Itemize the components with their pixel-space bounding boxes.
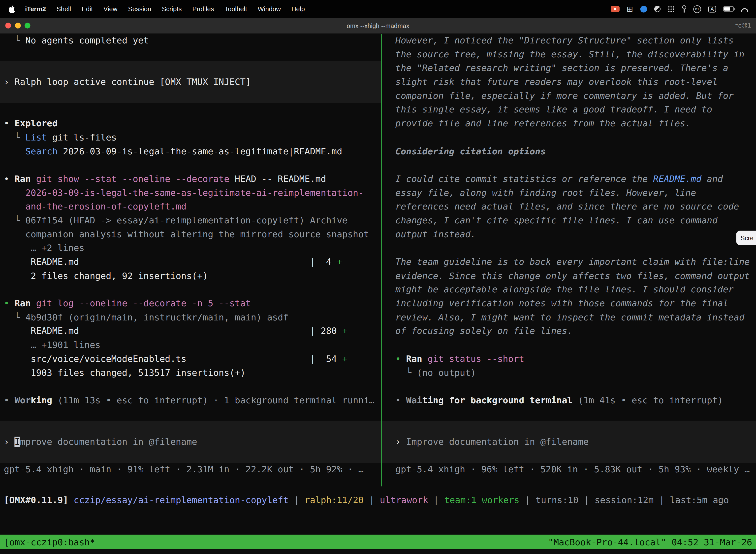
omx-status-segment: | [654,495,670,505]
omx-status-segment: turns:10 [536,495,578,505]
key-icon[interactable] [682,5,686,12]
omx-status-segment: | [364,495,380,505]
terminal-line: • Waiting for background terminal (1m 41… [382,394,756,407]
battery-icon[interactable] [723,6,734,11]
prompt-input-box[interactable]: › Improve documentation in @filename [0,422,381,463]
input-source-icon[interactable]: A [708,5,716,12]
terminal-line: slight risk that future readers may over… [382,75,756,89]
docker-icon[interactable] [640,5,647,12]
terminal-line: › Improve documentation in @filename [382,435,756,449]
shortcuts-icon[interactable] [654,6,660,12]
menu-bar: iTerm2 ShellEditViewSessionScriptsProfil… [0,0,756,18]
terminal-line: • Ran git status --short [382,352,756,366]
terminal-pane-right[interactable]: However, I noticed the "Directory Struct… [382,34,756,486]
terminal-line: the "Related research writing" section i… [382,62,756,75]
terminal-line: └ No agents completed yet [0,34,381,48]
terminal-line: might be acceptable alongside the file l… [382,283,756,297]
terminal-line [0,407,381,422]
terminal-line: README.md | 280 + [0,324,381,338]
terminal-line: • Ran git show --stat --oneline --decora… [0,172,381,186]
notification-toast[interactable]: Scre [736,231,756,245]
omx-status-line: [OMX#0.11.9] cczip/essay/ai-reimplementa… [0,493,756,507]
terminal-line: Search 2026-03-09-is-legal-the-same-as-l… [0,145,381,158]
terminal-line [0,48,381,62]
menu-help[interactable]: Help [286,5,310,12]
omx-status-segment: cczip/essay/ai-reimplementation-copyleft [74,495,289,505]
terminal-line [0,283,381,297]
zoom-button[interactable] [24,22,30,28]
terminal-line: src/voice/voiceModeEnabled.ts | 54 + [0,352,381,366]
terminal-line: … +1901 lines [0,338,381,352]
terminal-line: gpt-5.4 xhigh · 96% left · 520K in · 5.8… [382,463,756,477]
terminal-line: gpt-5.4 xhigh · main · 91% left · 2.31M … [0,463,381,477]
terminal-line: 1903 files changed, 513517 insertions(+) [0,366,381,380]
minimize-button[interactable] [15,22,20,28]
tmux-status-bar: [omx-cczip0:bash* "MacBook-Pro-44.local"… [0,535,756,549]
terminal-line [382,338,756,352]
omx-status-segment: last:5m ago [670,495,729,505]
apple-menu-icon[interactable] [6,5,19,13]
terminal-line: output instead. [382,228,756,241]
terminal-line: The team guideline is to back every impo… [382,255,756,269]
tmux-host-clock-label: "MacBook-Pro-44.local" 04:52 31-Mar-26 [548,537,752,547]
terminal-line: › Improve documentation in @filename [0,435,381,449]
terminal-line: 2 files changed, 92 insertions(+) [0,269,381,283]
menu-view[interactable]: View [98,5,123,12]
omx-status-segment: | [289,495,305,505]
terminal-pane-left[interactable]: └ No agents completed yet › Ralph loop a… [0,34,381,486]
terminal-line [382,241,756,256]
window-title-bar: omx --xhigh --madmax ⌥⌘1 [0,18,756,34]
terminal-line: I could cite commit statistics or refere… [382,172,756,186]
terminal-line [0,158,381,172]
terminal-line: └ (no output) [382,366,756,380]
traffic-lights [5,22,30,28]
menu-profiles[interactable]: Profiles [187,5,219,12]
terminal-line: 2026-03-09-is-legal-the-same-as-legitima… [0,186,381,200]
terminal-line: └ 4b9d30f (origin/main, instructkr/main,… [0,311,381,324]
omx-status-segment: session:12m [594,495,653,505]
terminal-line: └ 067f154 (HEAD -> essay/ai-reimplementa… [0,214,381,228]
omx-status-segment: | [578,495,594,505]
screen: iTerm2 ShellEditViewSessionScriptsProfil… [0,0,756,554]
menu-session[interactable]: Session [123,5,156,12]
terminal-line: and-the-erosion-of-copyleft.md [0,200,381,214]
terminal-line: companion analysis without altering the … [0,228,381,241]
menu-window[interactable]: Window [252,5,286,12]
terminal-line: essay file, along with finding root file… [382,186,756,200]
app-menu[interactable]: iTerm2 [20,5,51,12]
menu-scripts[interactable]: Scripts [156,5,187,12]
terminal-line: evidence. Since this change only affects… [382,269,756,283]
terminal-line: However, I noticed the "Directory Struct… [382,34,756,48]
terminal-line: • Ran git log --oneline --decorate -n 5 … [0,297,381,311]
terminal-line: └ List git ls-files [0,130,381,145]
terminal-line: references need actual files, and since … [382,200,756,214]
window-grid-icon[interactable]: ⊞ [627,4,633,13]
terminal-line: the source tree, missing the essay. Stil… [382,48,756,62]
gauge-icon[interactable]: 61 [693,5,701,13]
wifi-icon[interactable] [741,8,748,12]
omx-status-segment: ralph:11/20 [305,495,364,505]
menu-edit[interactable]: Edit [76,5,98,12]
terminal-line: companion file, especially if more comme… [382,89,756,103]
screen-recording-icon[interactable] [611,6,619,12]
omx-status-segment: [OMX#0.11.9] [4,495,74,505]
terminal-line: README.md | 4 + [0,255,381,269]
terminal-line [382,407,756,422]
terminal-line [0,103,381,117]
prompt-input-box[interactable]: › Ralph loop active continue [OMX_TMUX_I… [0,62,381,103]
terminal-line [382,130,756,145]
omx-status-segment: | [428,495,444,505]
close-button[interactable] [5,22,11,28]
prompt-input-box[interactable]: › Improve documentation in @filename [382,422,756,463]
terminal-line [0,380,381,394]
menu-shell[interactable]: Shell [51,5,76,12]
terminal-line: … +2 lines [0,241,381,256]
menubar-status-icons: ⊞61A [611,4,750,13]
app-grid-icon[interactable] [668,6,674,12]
menu-toolbelt[interactable]: Toolbelt [219,5,252,12]
terminal-line: • Working (11m 13s • esc to interrupt) ·… [0,394,381,407]
omx-status-segment: ultrawork [380,495,428,505]
terminal-line: this single essay, it seems like a good … [382,103,756,117]
omx-status-segment: team:1 workers [444,495,519,505]
terminal-line [382,380,756,394]
